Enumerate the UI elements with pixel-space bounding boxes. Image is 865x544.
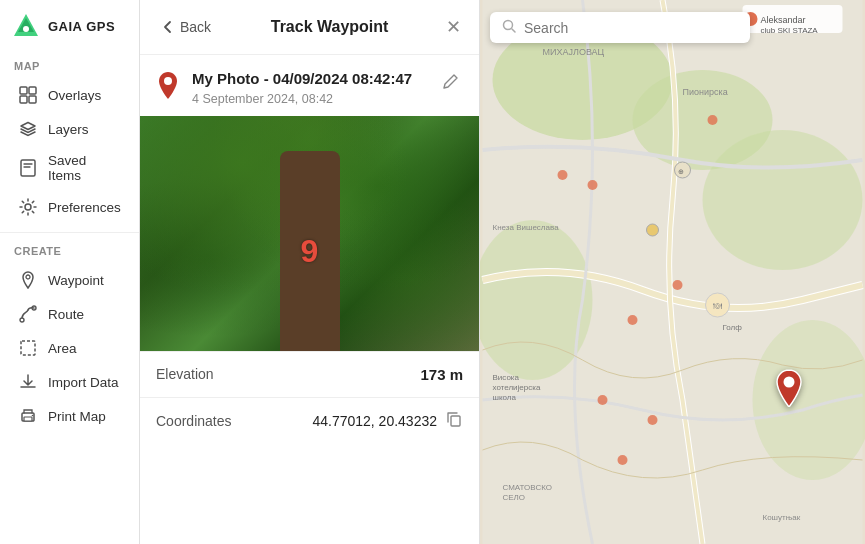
map-area[interactable]: МИХАЈЛОВАЦ Пионирска Кнеза Вишеслава Гол…: [480, 0, 865, 544]
waypoint-pin-icon: [156, 71, 180, 105]
elevation-value: 173 m: [420, 366, 463, 383]
svg-point-41: [598, 395, 608, 405]
pin-icon: [18, 270, 38, 290]
svg-point-40: [628, 315, 638, 325]
copy-icon[interactable]: [445, 410, 463, 432]
svg-rect-17: [451, 416, 460, 426]
create-section-label: Create: [0, 241, 139, 263]
sidebar-item-preferences[interactable]: Preferences: [4, 190, 135, 224]
coordinates-label: Coordinates: [156, 413, 232, 429]
sidebar-item-overlays[interactable]: Overlays: [4, 78, 135, 112]
map-background: МИХАЈЛОВАЦ Пионирска Кнеза Вишеслава Гол…: [480, 0, 865, 544]
svg-rect-14: [24, 417, 32, 421]
svg-rect-7: [21, 160, 35, 176]
gear-icon: [18, 197, 38, 217]
svg-point-39: [588, 180, 598, 190]
search-input-wrap: [490, 12, 750, 43]
svg-text:школа: школа: [493, 393, 517, 402]
route-icon: [18, 304, 38, 324]
import-icon: [18, 372, 38, 392]
svg-point-51: [784, 377, 795, 388]
svg-text:хотелијерска: хотелијерска: [493, 383, 541, 392]
svg-text:🍽: 🍽: [713, 301, 722, 311]
layers-label: Layers: [48, 122, 89, 137]
search-input[interactable]: [524, 20, 738, 36]
sidebar-item-route[interactable]: Route: [4, 297, 135, 331]
svg-rect-3: [20, 87, 27, 94]
area-icon: [18, 338, 38, 358]
print-map-label: Print Map: [48, 409, 106, 424]
svg-point-42: [648, 415, 658, 425]
search-bar: [490, 12, 855, 43]
preferences-label: Preferences: [48, 200, 121, 215]
grid-icon: [18, 85, 38, 105]
svg-point-36: [647, 224, 659, 236]
back-label: Back: [180, 19, 211, 35]
svg-rect-12: [21, 341, 35, 355]
sidebar-item-layers[interactable]: Layers: [4, 112, 135, 146]
elevation-label: Elevation: [156, 366, 214, 382]
edit-icon[interactable]: [437, 69, 463, 99]
sidebar-item-waypoint[interactable]: Waypoint: [4, 263, 135, 297]
sidebar: GAIA GPS Map Overlays Layers: [0, 0, 140, 544]
svg-point-44: [673, 280, 683, 290]
map-section-label: Map: [0, 56, 139, 78]
svg-text:СМАТОВСКО: СМАТОВСКО: [503, 483, 552, 492]
svg-text:МИХАЈЛОВАЦ: МИХАЈЛОВАЦ: [543, 47, 605, 57]
back-button[interactable]: Back: [154, 15, 217, 39]
logo-text: GAIA GPS: [48, 19, 115, 34]
sidebar-item-print-map[interactable]: Print Map: [4, 399, 135, 433]
waypoint-info: My Photo - 04/09/2024 08:42:47 4 Septemb…: [140, 55, 479, 116]
svg-point-52: [504, 21, 513, 30]
svg-text:Пионирска: Пионирска: [683, 87, 728, 97]
sidebar-divider: [0, 232, 139, 233]
svg-point-46: [618, 455, 628, 465]
svg-point-15: [32, 415, 34, 417]
svg-point-9: [26, 275, 30, 279]
svg-rect-6: [29, 96, 36, 103]
panel-title: Track Waypoint: [225, 18, 434, 36]
saved-items-label: Saved Items: [48, 153, 121, 183]
svg-point-45: [708, 115, 718, 125]
area-label: Area: [48, 341, 77, 356]
tree-mark: 9: [301, 232, 319, 269]
panel-content: My Photo - 04/09/2024 08:42:47 4 Septemb…: [140, 55, 479, 544]
svg-point-43: [558, 170, 568, 180]
gaia-logo-icon: [12, 12, 40, 40]
sidebar-item-area[interactable]: Area: [4, 331, 135, 365]
sidebar-item-saved-items[interactable]: Saved Items: [4, 146, 135, 190]
waypoint-name: My Photo - 04/09/2024 08:42:47: [192, 69, 425, 89]
elevation-row: Elevation 173 m: [140, 351, 479, 397]
svg-point-2: [23, 26, 29, 32]
search-icon: [502, 19, 516, 36]
chevron-left-icon: [160, 19, 176, 35]
map-waypoint-pin: [773, 369, 805, 414]
panel-header: Back Track Waypoint ✕: [140, 0, 479, 55]
coordinates-value: 44.77012, 20.43232: [312, 413, 437, 429]
svg-text:СЕЛО: СЕЛО: [503, 493, 526, 502]
svg-text:Кнеза Вишеслава: Кнеза Вишеслава: [493, 223, 560, 232]
waypoint-meta: My Photo - 04/09/2024 08:42:47 4 Septemb…: [192, 69, 425, 106]
sidebar-item-import-data[interactable]: Import Data: [4, 365, 135, 399]
track-waypoint-panel: Back Track Waypoint ✕ My Photo - 04/09/2…: [140, 0, 480, 544]
svg-point-8: [25, 204, 31, 210]
svg-text:Голф: Голф: [723, 323, 743, 332]
overlays-label: Overlays: [48, 88, 101, 103]
svg-text:⊕: ⊕: [678, 168, 684, 175]
waypoint-date: 4 September 2024, 08:42: [192, 92, 425, 106]
logo-area: GAIA GPS: [0, 12, 139, 56]
route-label: Route: [48, 307, 84, 322]
svg-text:Висока: Висока: [493, 373, 520, 382]
waypoint-label: Waypoint: [48, 273, 104, 288]
svg-point-16: [164, 77, 172, 85]
bookmark-icon: [18, 158, 38, 178]
coordinates-row: Coordinates 44.77012, 20.43232: [140, 397, 479, 444]
waypoint-photo[interactable]: 9: [140, 116, 479, 351]
svg-rect-5: [20, 96, 27, 103]
svg-text:Кошутњак: Кошутњак: [763, 513, 801, 522]
layers-icon: [18, 119, 38, 139]
svg-point-21: [703, 130, 863, 270]
close-button[interactable]: ✕: [442, 12, 465, 42]
print-icon: [18, 406, 38, 426]
svg-rect-4: [29, 87, 36, 94]
